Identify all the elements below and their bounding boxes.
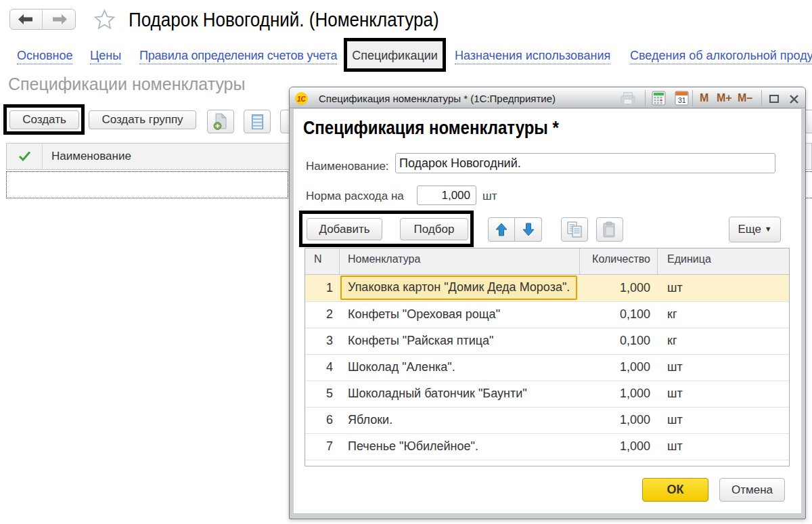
svg-text:31: 31 <box>678 96 686 104</box>
svg-text:1С: 1С <box>297 95 307 103</box>
